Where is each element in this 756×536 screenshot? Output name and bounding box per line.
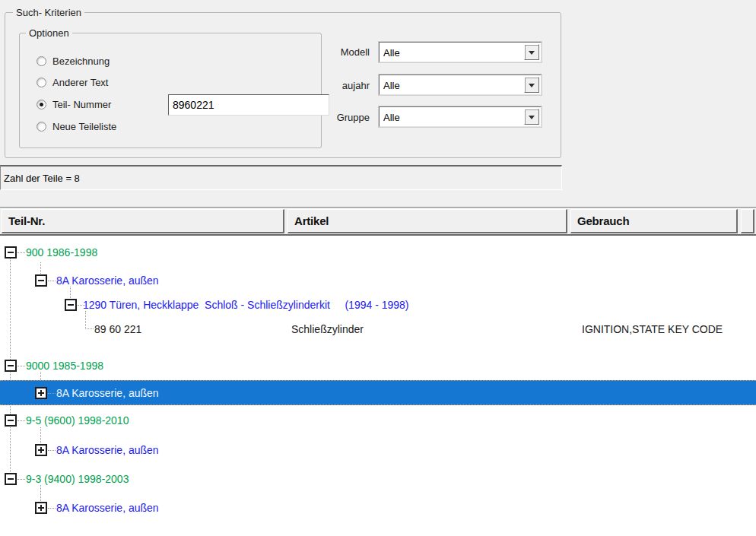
baujahr-value: Alle [383,79,400,90]
radio-label: Bezeichnung [52,56,110,67]
dropdown-button[interactable] [524,109,539,125]
modell-value: Alle [383,46,400,58]
tree-connector [48,450,56,451]
column-header-filler [741,209,754,233]
expand-icon[interactable] [35,444,47,456]
column-header-gebrauch[interactable]: Gebrauch [570,209,738,233]
modell-label: Modell [327,46,370,58]
tree-row-8a-karosserie[interactable]: 8A Karosserie, außen [0,496,756,519]
tree-node-label: 8A Karosserie, außen [56,274,159,287]
radio-label: Teil- Nummer [52,99,111,110]
options-groupbox: Optionen Bezeichnung Anderer Text Teil- … [19,33,322,148]
radio-icon[interactable] [37,78,46,87]
tree-node-label: 9-3 (9400) 1998-2003 [26,473,129,485]
radio-bezeichnung[interactable]: Bezeichnung [37,55,110,67]
result-count-text: Zahl der Teile = 8 [4,173,80,184]
tree-connector [48,281,56,281]
radio-icon[interactable] [37,56,46,66]
tree-node-label: 9000 1985-1998 [26,360,103,372]
tree-row-900[interactable]: 900 1986-1998 [0,241,756,264]
collapse-icon[interactable] [5,414,17,427]
results-table-header: Teil-Nr. Artikel Gebrauch [0,207,756,236]
chevron-down-icon [529,84,535,87]
collapse-icon[interactable] [5,246,17,258]
tree-node-label: 1290 Türen, Heckklappe Schloß - Schließz… [83,299,409,311]
tree-connector [17,479,25,480]
tree-node-label: 8A Karosserie, außen [56,444,159,456]
result-count-field: Zahl der Teile = 8 [0,165,562,190]
radio-teil-nummer[interactable]: Teil- Nummer [37,98,111,110]
dropdown-button[interactable] [524,44,539,60]
search-criteria-title: Such- Kriterien [13,7,84,18]
search-panel: Such- Kriterien Optionen Bezeichnung And… [0,0,756,207]
modell-combobox[interactable]: Alle [379,42,542,62]
collapse-icon[interactable] [5,360,17,372]
artikel-cell: Schließzylinder [291,323,364,335]
expand-icon[interactable] [35,502,47,514]
baujahr-label: aujahr [327,80,370,91]
tree-row-selected[interactable]: 8A Karosserie, außen [0,380,756,405]
tree-connector [17,252,25,253]
chevron-down-icon [529,116,535,119]
radio-checked-icon[interactable] [37,100,46,109]
column-header-label: Artikel [294,214,329,227]
tree-connector [48,508,56,509]
part-number-input[interactable] [168,94,329,116]
tree-row-9-5[interactable]: 9-5 (9600) 1998-2010 [0,409,756,432]
radio-anderer-text[interactable]: Anderer Text [37,76,108,88]
results-tree: 900 1986-1998 8A Karosserie, außen 1290 … [0,236,756,536]
collapse-icon[interactable] [65,299,77,311]
tree-connector [17,420,25,421]
dropdown-button[interactable] [524,77,539,93]
collapse-icon[interactable] [5,473,17,485]
collapse-icon[interactable] [35,274,47,287]
column-header-label: Teil-Nr. [8,214,45,227]
tree-row-8a-karosserie[interactable]: 8A Karosserie, außen [0,439,756,461]
gruppe-value: Alle [383,111,400,122]
tree-row-1290-tueren[interactable]: 1290 Türen, Heckklappe Schloß - Schließz… [0,293,756,316]
column-header-label: Gebrauch [577,214,629,227]
radio-label: Neue Teileliste [52,121,116,132]
tree-row-part[interactable]: 89 60 221 Schließzylinder IGNITION,STATE… [0,318,756,341]
baujahr-combobox[interactable]: Alle [379,75,542,95]
column-header-teil-nr[interactable]: Teil-Nr. [2,209,284,233]
part-number-cell: 89 60 221 [94,323,141,335]
tree-node-label: 8A Karosserie, außen [56,502,159,514]
tree-node-label: 9-5 (9600) 1998-2010 [26,414,129,427]
column-header-artikel[interactable]: Artikel [287,209,567,233]
tree-node-label: 8A Karosserie, außen [56,387,159,399]
gruppe-combobox[interactable]: Alle [379,106,542,127]
options-title: Optionen [26,27,72,39]
gebrauch-cell: IGNITION,STATE KEY CODE [582,323,723,335]
expand-icon[interactable] [35,387,47,399]
radio-label: Anderer Text [52,77,108,88]
tree-row-9-3[interactable]: 9-3 (9400) 1998-2003 [0,468,756,490]
tree-node-label: 900 1986-1998 [26,246,97,258]
radio-neue-teileliste[interactable]: Neue Teileliste [37,120,116,132]
radio-icon[interactable] [37,122,46,132]
chevron-down-icon [529,51,535,55]
tree-row-9000[interactable]: 9000 1985-1998 [0,354,756,377]
tree-connector [48,393,56,394]
gruppe-label: Gruppe [327,112,370,123]
tree-row-8a-karosserie[interactable]: 8A Karosserie, außen [0,269,756,292]
tree-connector [17,366,25,366]
